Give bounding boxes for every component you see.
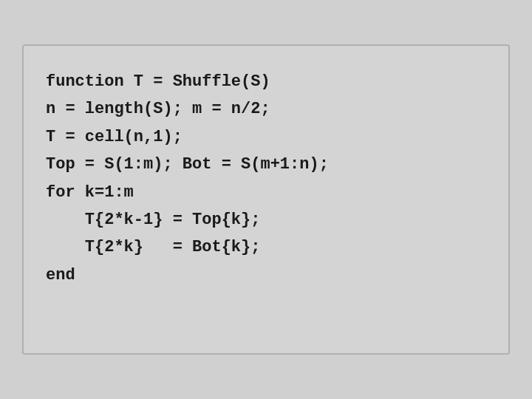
code-block: function T = Shuffle(S) n = length(S); m… [46, 68, 486, 289]
code-container: function T = Shuffle(S) n = length(S); m… [22, 44, 510, 355]
